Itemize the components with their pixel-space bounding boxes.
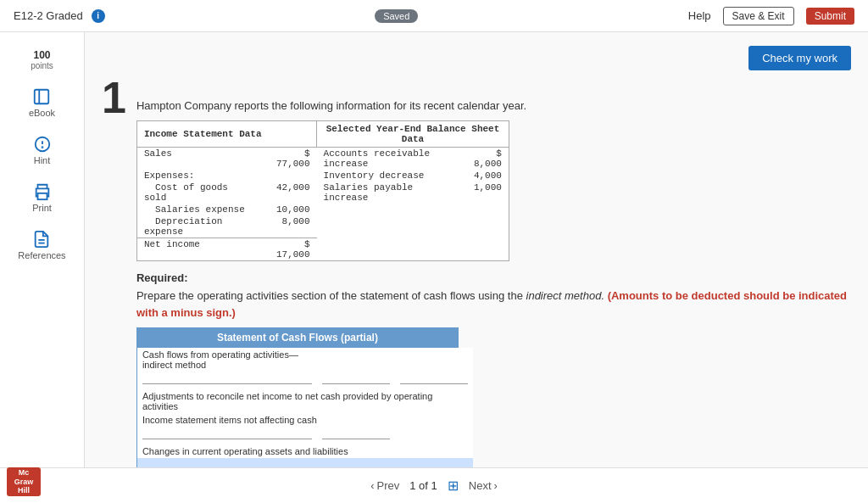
prev-label: Prev: [376, 479, 399, 492]
cf-cell-label: Cash flows from operating activities—ind…: [137, 348, 317, 372]
help-button[interactable]: Help: [688, 9, 711, 22]
question-text: Hampton Company reports the following in…: [136, 99, 851, 112]
cell: Inventory decrease: [317, 170, 459, 182]
table-row: Sales $ 77,000 Accounts receivable incre…: [136, 148, 509, 170]
ebook-button[interactable]: eBook: [29, 87, 55, 118]
save-exit-button[interactable]: Save & Exit: [723, 7, 794, 25]
required-desc: Prepare the operating activities section…: [136, 288, 851, 321]
cf-row-adjustments-label: Adjustments to reconcile net income to n…: [137, 389, 473, 413]
cell: Expenses:: [136, 170, 261, 182]
svg-rect-0: [35, 90, 49, 104]
hint-icon: [33, 135, 52, 154]
cf-row-input-1: [137, 372, 473, 386]
data-table-wrap: Income Statement Data Selected Year-End …: [136, 120, 851, 261]
cell: $ 77,000: [261, 148, 316, 170]
check-my-work-button[interactable]: Check my work: [748, 46, 851, 70]
cf-input-blue-val1-1[interactable]: [322, 460, 390, 467]
cell: $ 8,000: [459, 148, 509, 170]
next-chevron-icon: ›: [494, 479, 498, 492]
svg-rect-5: [37, 193, 47, 199]
cf-cell-val2: [395, 372, 473, 386]
assignment-title: E12-2 Graded: [14, 9, 83, 22]
indirect-method-label: indirect method.: [526, 289, 605, 302]
cell: [261, 170, 316, 182]
cell: $ 17,000: [261, 238, 316, 261]
cell: 1,000: [459, 182, 509, 204]
next-label: Next: [469, 479, 492, 492]
cf-row-income-items-label: Income statement items not affecting cas…: [137, 413, 473, 427]
info-icon[interactable]: i: [92, 9, 105, 23]
cf-cell-val2: [395, 348, 473, 372]
logo-line2: Graw: [14, 478, 34, 487]
references-icon: [32, 230, 51, 249]
cf-cell-changes: Changes in current operating assets and …: [137, 444, 473, 458]
hint-button[interactable]: Hint: [33, 135, 52, 165]
cell: [317, 204, 459, 215]
cell: [317, 215, 459, 238]
cf-input-items[interactable]: [142, 428, 312, 439]
check-my-work-wrap: Check my work: [102, 46, 851, 70]
top-bar: E12-2 Graded i Saved Help Save & Exit Su…: [0, 0, 868, 32]
saved-badge-wrap: Saved: [375, 9, 418, 22]
income-table: Income Statement Data Selected Year-End …: [136, 120, 509, 261]
cf-table: Cash flows from operating activities—ind…: [137, 348, 473, 467]
points-label: points: [31, 61, 53, 70]
sidebar: 100 points eBook Hint Print: [0, 32, 85, 467]
print-icon: [33, 182, 52, 201]
balance-header: Selected Year-End Balance Sheet Data: [317, 121, 509, 148]
main-layout: 100 points eBook Hint Print: [0, 32, 868, 467]
cell: 42,000: [261, 182, 316, 204]
cell: 8,000: [261, 215, 316, 238]
cell: Salaries payable increase: [317, 182, 459, 204]
cf-input-net-income[interactable]: [142, 373, 312, 384]
table-row: Net income $ 17,000: [136, 238, 509, 261]
cf-cell-label: [137, 372, 317, 386]
cash-flow-table-wrap: Statement of Cash Flows (partial) Cash f…: [136, 327, 459, 467]
cf-cell-label: [137, 427, 317, 441]
cf-cell-val1: [317, 348, 395, 372]
page-of: of: [419, 479, 431, 492]
required-label: Required:: [136, 271, 851, 284]
cf-cell-val2: [395, 427, 473, 441]
page-info: 1 of 1: [409, 479, 437, 492]
cf-cell-income-items: Income statement items not affecting cas…: [137, 413, 473, 427]
cell: 10,000: [261, 204, 316, 215]
submit-button[interactable]: Submit: [806, 8, 854, 25]
references-button[interactable]: References: [18, 230, 65, 260]
cf-cell-val1: [317, 372, 395, 386]
points-section: 100 points: [31, 49, 53, 70]
cf-input-val2-1[interactable]: [400, 373, 468, 384]
next-button[interactable]: Next ›: [469, 479, 498, 492]
ebook-label: eBook: [29, 108, 55, 118]
cf-row-input-2: [137, 427, 473, 441]
cell: 4,000: [459, 170, 509, 182]
cell: Cost of goods sold: [136, 182, 261, 204]
logo-line1: Mc: [19, 468, 30, 478]
prev-button[interactable]: ‹ Prev: [370, 479, 399, 492]
content-area: Check my work 1 Hampton Company reports …: [85, 32, 868, 467]
print-button[interactable]: Print: [32, 182, 52, 213]
cf-cell-adjustments: Adjustments to reconcile net income to n…: [137, 389, 473, 413]
deduction-note: (Amounts to be deducted should be indica…: [136, 289, 847, 319]
cell: Sales: [136, 148, 261, 170]
cf-input-val1-2[interactable]: [322, 428, 390, 439]
table-row: Depreciation expense 8,000: [136, 215, 509, 238]
grid-icon[interactable]: ⊞: [448, 478, 459, 494]
points-value: 100: [31, 49, 53, 61]
table-row: Salaries expense 10,000: [136, 204, 509, 215]
cf-input-val1-1[interactable]: [322, 373, 390, 384]
page-current: 1: [409, 479, 415, 492]
cf-row-operating-label: Cash flows from operating activities—ind…: [137, 348, 473, 372]
cf-table-title: Statement of Cash Flows (partial): [137, 328, 458, 348]
ebook-icon: [32, 87, 51, 106]
cf-cell-val2: [395, 458, 473, 467]
table-row: Cost of goods sold 42,000 Salaries payab…: [136, 182, 509, 204]
top-bar-left: E12-2 Graded i: [14, 9, 105, 23]
cf-cell-val1: [317, 458, 395, 467]
cf-input-blue-1[interactable]: [142, 460, 312, 467]
cell: [459, 215, 509, 238]
svg-point-4: [42, 147, 42, 148]
cell: Net income: [136, 238, 261, 261]
cell: [317, 238, 459, 261]
print-label: Print: [32, 203, 52, 213]
